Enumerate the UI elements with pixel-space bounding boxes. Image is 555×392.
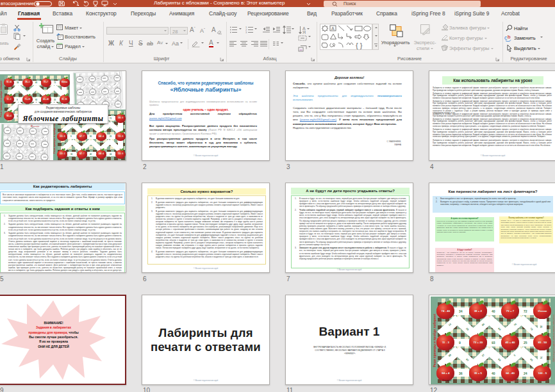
svg-text:{ }: { } xyxy=(356,42,363,49)
svg-text:b: b xyxy=(508,34,511,40)
svg-text:3: 3 xyxy=(245,31,247,33)
svg-text:А: А xyxy=(331,26,335,31)
svg-text:Я: Я xyxy=(302,30,306,34)
